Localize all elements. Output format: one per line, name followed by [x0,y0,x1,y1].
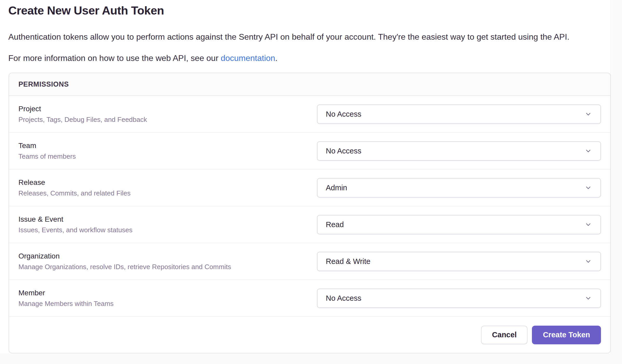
chevron-down-icon [585,184,592,191]
permission-info: Organization Manage Organizations, resol… [18,252,317,271]
permission-info: Team Teams of members [18,141,317,160]
permission-info: Project Projects, Tags, Debug Files, and… [18,104,317,124]
permission-info: Issue & Event Issues, Events, and workfl… [18,215,317,234]
permission-select-value: No Access [326,110,361,118]
permission-select-value: No Access [326,147,361,155]
permission-name: Team [18,141,317,150]
panel-header-label: PERMISSIONS [18,80,69,88]
docs-text: For more information on how to use the w… [0,53,611,64]
permission-info: Release Releases, Commits, and related F… [18,178,317,197]
permission-name: Issue & Event [18,215,317,224]
permission-description: Teams of members [18,152,317,160]
permission-rows: Project Projects, Tags, Debug Files, and… [9,96,610,317]
permission-row: Project Projects, Tags, Debug Files, and… [9,96,610,133]
permission-row: Issue & Event Issues, Events, and workfl… [9,206,610,243]
intro-text: Authentication tokens allow you to perfo… [0,32,611,43]
permission-select[interactable]: No Access [317,141,601,161]
cancel-button[interactable]: Cancel [481,326,528,344]
panel-footer: Cancel Create Token [9,317,610,353]
chevron-down-icon [585,111,592,117]
permission-select-value: No Access [326,294,361,303]
page-title: Create New User Auth Token [0,4,611,18]
chevron-down-icon [585,295,592,302]
permission-description: Manage Members within Teams [18,300,317,308]
chevron-down-icon [585,258,592,265]
permission-description: Issues, Events, and workflow statuses [18,226,317,234]
permission-name: Organization [18,252,317,261]
permission-select[interactable]: No Access [317,289,601,308]
permission-select[interactable]: Admin [317,178,601,198]
permission-select-value: Admin [326,184,347,192]
permission-select-value: Read & Write [326,257,370,266]
permission-description: Releases, Commits, and related Files [18,189,317,197]
permission-name: Project [18,104,317,113]
settings-page: Create New User Auth Token Authenticatio… [0,0,622,364]
permission-row: Team Teams of members No Access [9,133,610,170]
permission-name: Release [18,178,317,187]
settings-content: Create New User Auth Token Authenticatio… [0,0,611,353]
permissions-panel: PERMISSIONS Project Projects, Tags, Debu… [9,73,611,353]
documentation-link[interactable]: documentation [221,53,275,63]
docs-text-prefix: For more information on how to use the w… [8,53,221,63]
permission-info: Member Manage Members within Teams [18,289,317,308]
permission-description: Manage Organizations, resolve IDs, retri… [18,263,317,271]
permission-select-value: Read [326,220,344,229]
permission-select[interactable]: Read [317,215,601,234]
chevron-down-icon [585,221,592,228]
create-token-button[interactable]: Create Token [532,326,601,344]
permission-row: Organization Manage Organizations, resol… [9,243,610,280]
permission-select[interactable]: Read & Write [317,252,601,271]
permission-select[interactable]: No Access [317,104,601,124]
permission-row: Member Manage Members within Teams No Ac… [9,280,610,317]
chevron-down-icon [585,148,592,154]
docs-text-suffix: . [275,53,278,63]
permission-description: Projects, Tags, Debug Files, and Feedbac… [18,116,317,124]
permissions-panel-header: PERMISSIONS [9,73,610,96]
permission-name: Member [18,289,317,297]
permission-row: Release Releases, Commits, and related F… [9,170,610,206]
